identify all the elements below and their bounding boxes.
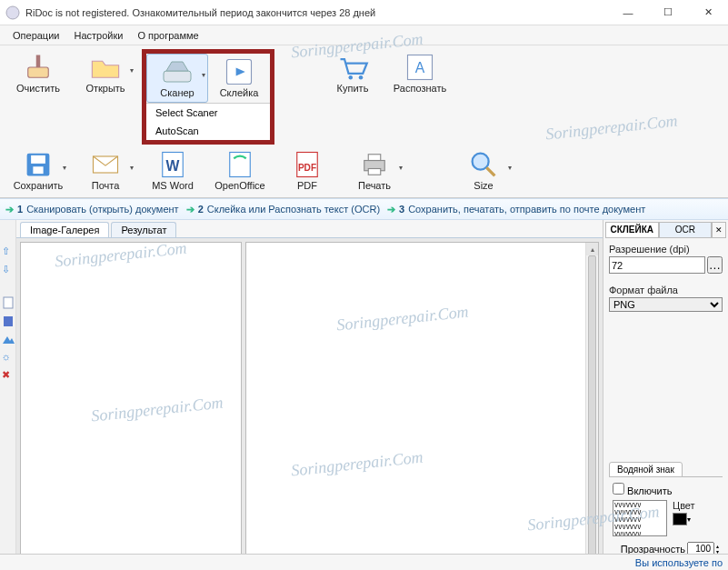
autoscan-item[interactable]: AutoScan: [146, 122, 270, 140]
page-icon[interactable]: [2, 296, 15, 309]
pdf-button[interactable]: PDF PDF: [276, 146, 338, 195]
format-label: Формат файла: [609, 285, 723, 295]
toolbar: Очистить Открыть Сканер Склейка Select S…: [0, 45, 728, 198]
mountain-icon[interactable]: [2, 333, 15, 345]
step-2[interactable]: ➔2Склейка или Распознать текст (OCR): [186, 204, 380, 215]
svg-rect-21: [368, 169, 381, 175]
dpi-more-button[interactable]: …: [707, 256, 723, 274]
titlebar: RiDoc is not registered. Ознакомительный…: [0, 0, 728, 25]
step-1[interactable]: ➔1Сканировать (открыть) документ: [5, 204, 179, 215]
right-tab-stitch[interactable]: СКЛЕЙКА: [605, 222, 659, 238]
scanner-button[interactable]: Сканер: [146, 54, 208, 103]
menu-settings[interactable]: Настройки: [66, 28, 130, 43]
clear-button[interactable]: Очистить: [7, 49, 69, 98]
clipboard-icon[interactable]: [2, 315, 15, 327]
stitch-label: Склейка: [220, 87, 259, 98]
scanner-dropdown: Select Scaner AutoScan: [146, 103, 270, 140]
color-label: Цвет: [673, 500, 695, 511]
tab-result[interactable]: Результат: [111, 222, 176, 237]
svg-point-6: [349, 75, 354, 80]
delete-icon[interactable]: ✖: [2, 369, 15, 382]
mail-icon: [89, 151, 122, 178]
app-icon: [5, 5, 20, 20]
right-panel-close[interactable]: ✕: [712, 222, 726, 238]
save-button[interactable]: Сохранить: [7, 146, 69, 195]
open-button[interactable]: Открыть: [75, 49, 136, 98]
watermark-tab[interactable]: Водяной знак: [609, 462, 683, 477]
svg-point-22: [473, 154, 489, 170]
menubar: Операции Настройки О программе: [0, 25, 728, 45]
svg-rect-24: [4, 297, 13, 308]
step-2-label: Склейка или Распознать текст (OCR): [207, 204, 380, 215]
color-swatch[interactable]: [673, 513, 687, 525]
main-tabs: Image-Галерея Результат: [16, 220, 603, 238]
save-icon: [22, 151, 55, 178]
step-3[interactable]: ➔3Сохранить, печатать, отправить по почт…: [387, 204, 645, 215]
watermark-enable[interactable]: Включить: [613, 485, 672, 496]
magnifier-icon: [467, 151, 500, 178]
mail-button[interactable]: Почта: [75, 146, 136, 195]
svg-point-0: [6, 6, 19, 19]
scroll-up-button[interactable]: ▴: [586, 243, 598, 255]
pdf-icon: PDF: [291, 151, 324, 178]
scroll-thumb[interactable]: [588, 255, 596, 566]
stitch-icon: [223, 58, 255, 85]
word-icon: W: [156, 151, 189, 178]
stitch-button[interactable]: Склейка: [208, 54, 270, 103]
menu-operations[interactable]: Операции: [5, 28, 66, 43]
watermark-preview: VVVVVVVVVVVVVVVVVVVVVVVVVVVVVVVVVVV: [613, 500, 667, 536]
openoffice-button[interactable]: OpenOffice: [209, 146, 271, 195]
status-text: Вы используете по: [635, 557, 723, 568]
svg-point-7: [359, 75, 364, 80]
opacity-label: Прозрачность: [621, 544, 685, 555]
print-button[interactable]: Печать: [344, 146, 405, 195]
brightness-icon[interactable]: ☼: [2, 351, 15, 364]
buy-label: Купить: [337, 83, 369, 94]
tab-gallery[interactable]: Image-Галерея: [20, 222, 109, 237]
main-body: ⇧ ⇩ ☼ ✖ Image-Галерея Результат ▴ ▾: [0, 220, 728, 570]
step-3-label: Сохранить, печатать, отправить по почте …: [408, 204, 645, 215]
preview-scrollbar[interactable]: ▴ ▾: [585, 243, 598, 570]
preview-pane[interactable]: ▴ ▾: [245, 242, 599, 570]
size-button[interactable]: Size: [453, 146, 514, 195]
close-button[interactable]: ✕: [688, 0, 728, 25]
scanner-label: Сканер: [160, 87, 194, 98]
pdf-label: PDF: [297, 180, 317, 191]
arrow-down-icon[interactable]: ⇩: [2, 264, 15, 276]
ocr-icon: A: [404, 54, 436, 81]
svg-text:W: W: [166, 158, 180, 174]
left-toolbar: ⇧ ⇩ ☼ ✖: [0, 220, 16, 570]
print-label: Печать: [358, 180, 391, 191]
svg-line-23: [486, 167, 494, 175]
arrow-up-icon[interactable]: ⇧: [2, 245, 15, 258]
right-tab-ocr[interactable]: OCR: [659, 222, 713, 238]
format-select[interactable]: PNG: [609, 297, 723, 312]
mail-label: Почта: [92, 180, 120, 191]
watermark-enable-checkbox[interactable]: [613, 483, 624, 495]
gallery-pane[interactable]: [20, 242, 242, 570]
svg-rect-2: [36, 55, 41, 68]
color-dropdown-icon[interactable]: ▾: [687, 515, 691, 524]
msword-button[interactable]: W MS Word: [142, 146, 204, 195]
folder-open-icon: [89, 54, 122, 81]
svg-rect-3: [164, 71, 191, 82]
svg-rect-1: [28, 67, 49, 77]
open-label: Открыть: [85, 83, 125, 94]
buy-button[interactable]: Купить: [322, 49, 384, 98]
minimize-button[interactable]: —: [608, 0, 648, 25]
svg-text:PDF: PDF: [298, 163, 316, 173]
clear-label: Очистить: [16, 83, 60, 94]
step-1-label: Сканировать (открыть) документ: [26, 204, 179, 215]
right-panel: СКЛЕЙКА OCR ✕ Разрешение (dpi) … Формат …: [603, 220, 728, 570]
maximize-button[interactable]: ☐: [648, 0, 688, 25]
svg-rect-12: [33, 166, 43, 174]
openoffice-label: OpenOffice: [214, 180, 264, 191]
svg-rect-20: [368, 155, 381, 161]
recognize-button[interactable]: A Распознать: [389, 49, 451, 98]
menu-about[interactable]: О программе: [130, 28, 205, 43]
dpi-input[interactable]: [609, 256, 705, 274]
svg-rect-25: [4, 316, 13, 326]
scanner-icon: [161, 58, 194, 85]
select-scanner-item[interactable]: Select Scaner: [146, 104, 270, 122]
msword-label: MS Word: [152, 180, 194, 191]
